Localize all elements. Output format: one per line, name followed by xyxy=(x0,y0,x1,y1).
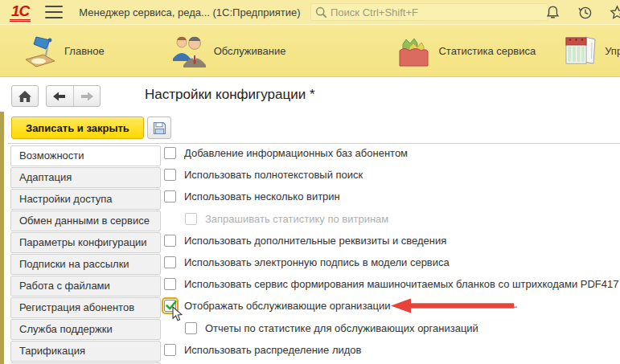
ribbon-label-statistics: Статистика сервиса xyxy=(438,45,536,57)
checkbox-label: Добавление информационных баз абонентом xyxy=(184,147,408,159)
settings-panel: Добавление информационных баз абонентом … xyxy=(164,142,618,361)
titlebar: 1С Менеджер сервиса, реда... (1С:Предпри… xyxy=(0,0,620,24)
search-icon xyxy=(315,6,327,18)
sidebar-item-subscriber-reg[interactable]: Регистрация абонентов xyxy=(10,297,161,318)
checkbox[interactable] xyxy=(164,169,176,181)
checkbox-row: Использовать дополнительные реквизиты и … xyxy=(164,230,618,252)
save-and-close-button[interactable]: Записать и закрыть xyxy=(11,117,144,139)
checkbox-row: Запрашивать статистику по витринам xyxy=(164,208,618,230)
checkbox-label: Использовать несколько витрин xyxy=(184,190,340,202)
checkbox-label: Использовать сервис формирования машиноч… xyxy=(184,278,618,290)
history-icon[interactable] xyxy=(575,2,594,22)
checkbox-label: Запрашивать статистику по витринам xyxy=(205,213,388,225)
page-title: Настройки конфигурации * xyxy=(145,87,315,103)
sidebar-item-access[interactable]: Настройки доступа xyxy=(10,189,161,210)
ribbon-section-statistics[interactable]: Статистика сервиса xyxy=(395,33,536,68)
navigation-row: Настройки конфигурации * xyxy=(0,84,620,107)
settings-sidebar: Возможности Адаптация Настройки доступа … xyxy=(10,145,161,364)
checkbox-label: Использовать электронную подпись в модел… xyxy=(184,256,450,268)
ribbon-label-service: Обслуживание xyxy=(214,45,286,57)
sidebar-item-config-params[interactable]: Параметры конфигурации xyxy=(10,232,161,253)
checkbox xyxy=(185,213,197,225)
desk-lamp-icon xyxy=(23,33,58,68)
ribbon-label-main: Главное xyxy=(64,45,105,57)
checkbox-row: Добавление информационных баз абонентом xyxy=(164,142,618,164)
ribbon-section-service[interactable]: Обслуживание xyxy=(170,33,286,68)
sidebar-item-tariffication[interactable]: Тарификация xyxy=(10,341,161,362)
checkbox-row: Использовать сервис формирования машиноч… xyxy=(164,273,618,295)
home-button[interactable] xyxy=(11,85,39,107)
checkbox-label: Использовать полнотекстовый поиск xyxy=(184,169,363,181)
checkbox[interactable] xyxy=(164,235,176,247)
search-input[interactable] xyxy=(331,6,532,18)
global-search[interactable] xyxy=(310,3,548,21)
bell-icon[interactable] xyxy=(543,2,562,22)
window-edge-accent xyxy=(0,112,4,364)
checkbox[interactable] xyxy=(164,344,176,356)
floppy-icon xyxy=(153,121,166,135)
folder-chart-icon xyxy=(395,33,432,68)
checkbox[interactable] xyxy=(164,190,176,202)
window-title: Менеджер сервиса, реда... (1С:Предприяти… xyxy=(79,6,300,18)
checkbox-row: Использовать полнотекстовый поиск xyxy=(164,164,618,186)
back-button[interactable] xyxy=(47,86,73,106)
sidebar-item-data-exchange[interactable]: Обмен данными в сервисе xyxy=(10,211,161,231)
people-icon xyxy=(170,33,207,68)
app-window: 1С Менеджер сервиса, реда... (1С:Предпри… xyxy=(0,0,620,364)
ribbon-label-tariffs: Управление тарифами xyxy=(605,45,620,57)
sidebar-item-mailing[interactable]: Подписки на рассылки xyxy=(10,254,161,275)
home-icon xyxy=(18,90,32,103)
back-icon xyxy=(53,92,66,101)
ribbon: Главное Обслуживание Статистика сервиса xyxy=(0,24,620,77)
checkbox-label: Отображать обслуживающие организации xyxy=(184,300,391,312)
checkbox-label: Отчеты по статистике для обслуживающих о… xyxy=(205,322,478,334)
checkbox[interactable] xyxy=(164,147,176,159)
checkbox[interactable] xyxy=(164,256,176,268)
checkbox-label: Использовать распределение лидов xyxy=(184,344,362,356)
history-nav-group xyxy=(46,85,101,107)
checkbox-row: Использовать электронную подпись в модел… xyxy=(164,252,618,273)
sidebar-item-adaptation[interactable]: Адаптация xyxy=(10,167,161,188)
ribbon-section-main[interactable]: Главное xyxy=(23,33,105,68)
forward-icon xyxy=(80,92,93,101)
checkbox-row: Использовать несколько витрин xyxy=(164,186,618,207)
1c-logo: 1С xyxy=(10,3,31,22)
tariff-calendar-icon xyxy=(561,33,598,68)
checkbox-row: Использовать распределение лидов xyxy=(164,339,618,361)
sidebar-item-files[interactable]: Работа с файлами xyxy=(10,276,161,297)
hamburger-menu-icon[interactable] xyxy=(45,6,63,18)
checkbox[interactable] xyxy=(164,278,176,290)
star-icon[interactable] xyxy=(607,2,620,22)
save-button[interactable] xyxy=(147,117,171,139)
form-toolbar: Записать и закрыть xyxy=(0,117,620,141)
checkbox-label: Использовать дополнительные реквизиты и … xyxy=(184,235,446,247)
checkbox[interactable] xyxy=(185,322,197,334)
checkbox-row: Отчеты по статистике для обслуживающих о… xyxy=(164,317,618,339)
mouse-cursor-icon xyxy=(172,306,183,321)
sidebar-item-support[interactable]: Служба поддержки xyxy=(10,319,161,340)
forward-button[interactable] xyxy=(73,86,100,106)
ribbon-section-tariffs[interactable]: Управление тарифами xyxy=(561,33,620,68)
sidebar-item-features[interactable]: Возможности xyxy=(10,145,161,166)
annotation-arrow-icon xyxy=(391,298,519,314)
